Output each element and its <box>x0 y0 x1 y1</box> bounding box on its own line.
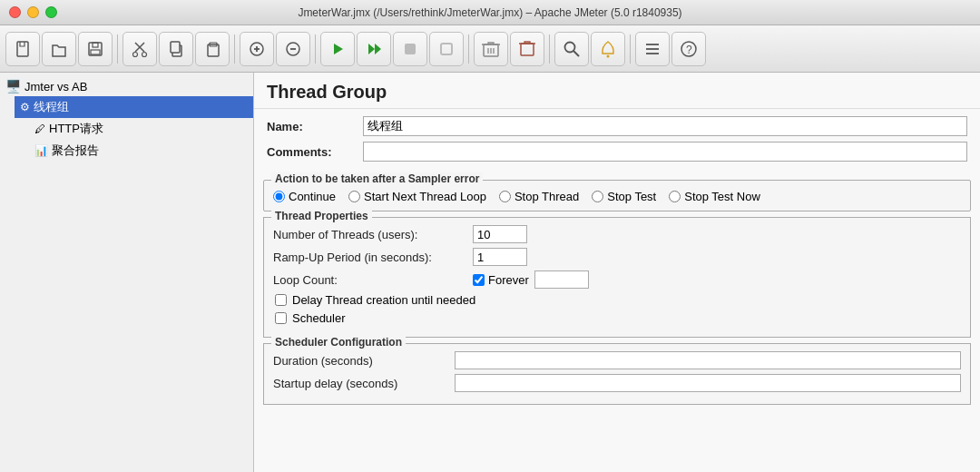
ramp-up-row: Ramp-Up Period (in seconds): <box>273 248 961 266</box>
svg-rect-19 <box>441 44 452 54</box>
window-title: JmeterWar.jmx (/Users/rethink/JmeterWar.… <box>298 6 681 19</box>
option-stop-test-now[interactable]: Stop Test Now <box>669 190 760 203</box>
toolbar-separator-6 <box>630 34 631 64</box>
error-action-options: Continue Start Next Thread Loop Stop Thr… <box>273 186 961 203</box>
edit-icon: 🖊 <box>34 123 45 135</box>
list-button[interactable] <box>635 32 670 66</box>
new-button[interactable] <box>5 32 40 66</box>
loop-count-label: Loop Count: <box>273 273 473 287</box>
notice-button[interactable] <box>591 32 625 66</box>
svg-rect-18 <box>405 44 416 54</box>
sidebar-item-root-label: Jmter vs AB <box>24 80 87 93</box>
radio-start-next-thread-loop[interactable] <box>348 191 360 202</box>
help-button[interactable]: ? <box>671 32 706 66</box>
stop-thread-label: Stop Thread <box>514 190 579 203</box>
svg-point-4 <box>133 52 138 56</box>
num-threads-label: Number of Threads (users): <box>273 228 473 241</box>
loop-count-input[interactable] <box>534 270 589 289</box>
scheduler-config-section: Scheduler Configuration Duration (second… <box>263 343 971 405</box>
stop-button[interactable] <box>393 32 427 66</box>
clear-current-button[interactable] <box>510 32 544 66</box>
radio-stop-thread[interactable] <box>499 191 511 202</box>
thread-properties-title: Thread Properties <box>271 210 372 222</box>
maximize-button[interactable] <box>45 6 57 18</box>
option-stop-thread[interactable]: Stop Thread <box>499 190 579 203</box>
chart-icon: 📊 <box>34 144 48 157</box>
sidebar-item-aggregate-report[interactable]: 📊 聚合报告 <box>29 140 253 162</box>
svg-rect-0 <box>17 42 28 56</box>
svg-text:?: ? <box>686 44 692 56</box>
delay-thread-checkbox[interactable] <box>275 294 287 306</box>
scheduler-checkbox[interactable] <box>275 312 287 324</box>
svg-rect-3 <box>91 50 100 54</box>
option-stop-test[interactable]: Stop Test <box>592 190 656 203</box>
add-button[interactable] <box>240 32 274 66</box>
form-area: Name: Comments: <box>254 109 980 174</box>
window-controls <box>9 6 57 18</box>
sidebar-item-thread-group[interactable]: ⚙ 线程组 <box>15 96 253 118</box>
svg-line-28 <box>573 51 579 56</box>
titlebar: JmeterWar.jmx (/Users/rethink/JmeterWar.… <box>0 0 980 25</box>
toolbar-separator-3 <box>315 34 316 64</box>
duration-input[interactable] <box>455 351 961 369</box>
ramp-up-label: Ramp-Up Period (in seconds): <box>273 251 473 264</box>
name-row: Name: <box>267 116 967 136</box>
radio-stop-test-now[interactable] <box>669 191 681 202</box>
sidebar-item-http-request-label: HTTP请求 <box>49 121 103 137</box>
toolbar-separator-5 <box>549 34 550 64</box>
scheduler-label: Scheduler <box>292 311 346 325</box>
stop-test-now-label: Stop Test Now <box>684 190 760 203</box>
ramp-up-input[interactable] <box>473 248 527 266</box>
loop-count-row: Loop Count: Forever <box>273 270 961 289</box>
option-continue[interactable]: Continue <box>273 190 336 203</box>
start-next-thread-loop-label: Start Next Thread Loop <box>364 190 486 203</box>
remove-button[interactable] <box>276 32 310 66</box>
startup-delay-label: Startup delay (seconds) <box>273 377 455 390</box>
delay-thread-row: Delay Thread creation until needed <box>273 293 961 307</box>
sidebar-item-aggregate-report-label: 聚合报告 <box>52 143 99 159</box>
svg-rect-7 <box>171 42 180 53</box>
startup-delay-input[interactable] <box>455 374 961 392</box>
sidebar-item-http-request[interactable]: 🖊 HTTP请求 <box>29 118 253 140</box>
svg-marker-16 <box>368 44 375 54</box>
num-threads-input[interactable] <box>473 225 527 243</box>
run-no-pause-button[interactable] <box>357 32 391 66</box>
radio-stop-test[interactable] <box>592 191 603 202</box>
close-button[interactable] <box>9 6 21 18</box>
radio-continue[interactable] <box>273 191 285 202</box>
svg-point-27 <box>565 42 575 52</box>
save-button[interactable] <box>78 32 113 66</box>
gear-icon: ⚙ <box>20 101 30 113</box>
minimize-button[interactable] <box>27 6 39 18</box>
name-input[interactable] <box>363 116 967 136</box>
sidebar-item-thread-group-label: 线程组 <box>34 99 69 115</box>
copy-button[interactable] <box>159 32 193 66</box>
paste-button[interactable] <box>195 32 230 66</box>
open-button[interactable] <box>42 32 76 66</box>
stop-test-label: Stop Test <box>607 190 656 203</box>
main-area: 🖥️ Jmter vs AB ⚙ 线程组 🖊 HTTP请求 📊 聚合报告 Thr… <box>0 73 980 472</box>
sidebar: 🖥️ Jmter vs AB ⚙ 线程组 🖊 HTTP请求 📊 聚合报告 <box>0 73 254 472</box>
toolbar-separator-2 <box>234 34 235 64</box>
startup-delay-row: Startup delay (seconds) <box>273 374 961 392</box>
search-button[interactable] <box>554 32 589 66</box>
content-panel: Thread Group Name: Comments: Action to b… <box>254 73 980 472</box>
error-action-section: Action to be taken after a Sampler error… <box>263 180 971 211</box>
clear-all-button[interactable] <box>474 32 508 66</box>
comments-input[interactable] <box>363 142 967 162</box>
thread-properties-section: Thread Properties Number of Threads (use… <box>263 217 971 338</box>
svg-point-29 <box>607 54 610 57</box>
shutdown-button[interactable] <box>429 32 464 66</box>
svg-point-5 <box>142 52 147 56</box>
svg-rect-25 <box>521 44 534 55</box>
num-threads-row: Number of Threads (users): <box>273 225 961 243</box>
panel-title: Thread Group <box>254 73 980 109</box>
cut-button[interactable] <box>122 32 157 66</box>
forever-checkbox[interactable] <box>473 274 485 286</box>
computer-icon: 🖥️ <box>5 79 21 93</box>
svg-marker-15 <box>334 44 343 54</box>
svg-marker-17 <box>375 44 381 54</box>
sidebar-item-root[interactable]: 🖥️ Jmter vs AB <box>0 76 253 96</box>
run-button[interactable] <box>320 32 355 66</box>
option-start-next-thread-loop[interactable]: Start Next Thread Loop <box>348 190 486 203</box>
